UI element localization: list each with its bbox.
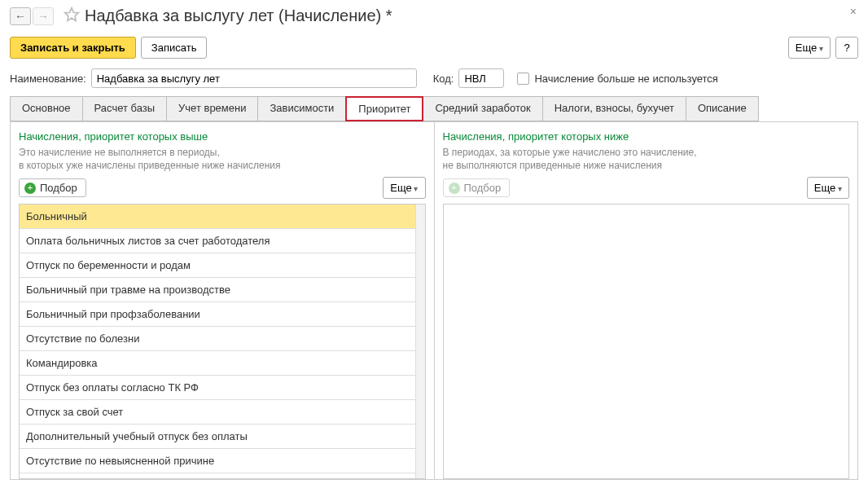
lower-priority-desc: В периодах, за которые уже начислено это…: [443, 146, 850, 172]
higher-priority-desc: Это начисление не выполняется в периоды,…: [19, 146, 426, 172]
name-label: Наименование:: [10, 73, 86, 85]
left-add-button[interactable]: + Подбор: [19, 178, 86, 197]
plus-icon: +: [24, 183, 36, 194]
list-item[interactable]: Командировка: [20, 351, 415, 376]
list-item[interactable]: Дополнительный учебный отпуск без оплаты: [20, 425, 415, 449]
list-item[interactable]: Больничный: [20, 205, 415, 229]
tab-2[interactable]: Учет времени: [166, 96, 258, 121]
tab-1[interactable]: Расчет базы: [82, 96, 168, 121]
code-label: Код:: [433, 73, 454, 85]
page-title: Надбавка за выслугу лет (Начисление) *: [85, 7, 392, 25]
list-item[interactable]: Отсутствие по невыясненной причине: [20, 449, 415, 473]
list-item[interactable]: Отпуск за свой счет: [20, 400, 415, 425]
tab-6[interactable]: Налоги, взносы, бухучет: [542, 96, 686, 121]
help-button[interactable]: ?: [835, 37, 858, 59]
list-item[interactable]: Прогул: [20, 473, 415, 478]
list-item[interactable]: Отсутствие по болезни: [20, 327, 415, 351]
save-and-close-button[interactable]: Записать и закрыть: [10, 37, 136, 59]
list-item[interactable]: Больничный при травме на производстве: [20, 278, 415, 302]
right-add-button[interactable]: + Подбор: [443, 178, 511, 197]
list-item[interactable]: Больничный при профзаболевании: [20, 302, 415, 327]
favorite-star-icon[interactable]: [64, 7, 80, 25]
unused-checkbox[interactable]: [517, 73, 529, 85]
name-input[interactable]: [91, 68, 417, 88]
tab-0[interactable]: Основное: [10, 96, 83, 121]
tab-5[interactable]: Средний заработок: [423, 96, 542, 121]
list-item[interactable]: Отпуск без оплаты согласно ТК РФ: [20, 376, 415, 400]
list-item[interactable]: Оплата больничных листов за счет работод…: [20, 229, 415, 253]
lower-priority-title: Начисления, приоритет которых ниже: [443, 130, 850, 143]
higher-priority-title: Начисления, приоритет которых выше: [19, 130, 426, 143]
tab-3[interactable]: Зависимости: [257, 96, 346, 121]
right-add-label: Подбор: [464, 182, 502, 194]
close-icon[interactable]: ×: [850, 5, 857, 18]
nav-forward-button[interactable]: →: [33, 7, 54, 25]
left-add-label: Подбор: [40, 182, 77, 194]
right-more-button[interactable]: Еще: [807, 177, 849, 199]
code-input[interactable]: [458, 68, 504, 88]
list-item[interactable]: Отпуск по беременности и родам: [20, 253, 415, 278]
toolbar-more-button[interactable]: Еще: [788, 37, 831, 59]
nav-back-button[interactable]: ←: [10, 7, 31, 25]
tab-7[interactable]: Описание: [686, 96, 759, 121]
plus-icon: +: [449, 183, 460, 194]
left-more-button[interactable]: Еще: [383, 177, 425, 199]
save-button[interactable]: Записать: [141, 37, 208, 59]
scrollbar[interactable]: [415, 205, 425, 478]
svg-marker-0: [65, 8, 79, 21]
unused-label: Начисление больше не используется: [534, 73, 717, 85]
tab-4[interactable]: Приоритет: [345, 96, 423, 121]
